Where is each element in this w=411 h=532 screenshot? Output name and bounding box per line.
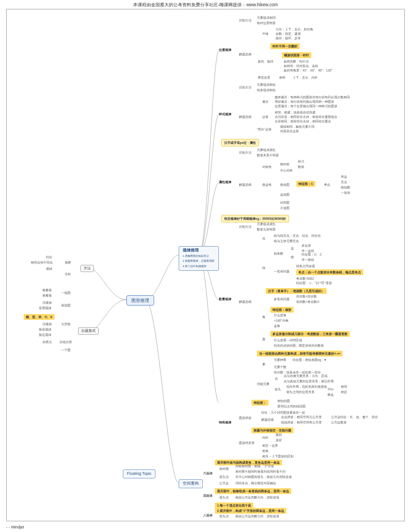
form-highlight: 横、竖、米、O、S (24, 314, 55, 320)
attr-qz-c: 有直 (341, 175, 347, 179)
pos-title[interactable]: 位置规律 (219, 48, 231, 52)
space-liu: 六面体 (203, 471, 213, 475)
pos-py-b: 步数：恒定、递增 (276, 32, 301, 36)
qty-hz-c: 笔画数=奇点数/2 (296, 300, 319, 304)
qty-s-a: 元素种类 (274, 358, 286, 362)
form-node[interactable]: 出题形式 (78, 327, 99, 335)
spec-gx-f: 相压→上下图形的区别 (262, 454, 294, 458)
form-r7l: 分组分类 (59, 340, 72, 344)
form-r5: 验应规律 (39, 327, 51, 331)
pos-xz-a: 如何判断：时针法 (284, 59, 309, 63)
spec-title[interactable]: 特殊规律 (219, 420, 231, 424)
qty-yb-a: 线条之间连通 (296, 264, 315, 268)
qty-xt: 线条数 (274, 251, 283, 256)
qty-j-a: 什么是角 (274, 313, 286, 317)
attr-qz-e: 曲线数 (341, 185, 350, 189)
spec-f: 点点拼接：相同空间无公共变 (281, 415, 322, 419)
qty-m-hl: 多边形被分割成几部分→考虑数面；三角形一圈蛋复数 (270, 331, 350, 337)
spec-gx-e: 相离 (262, 449, 268, 453)
reasoning-node[interactable]: 规律推理 1.忽略图形的实际意义 2.先观察整体，后观察局部 3.再个别不构成规… (179, 246, 219, 271)
pos-m1b: 相对位置明显 (257, 21, 276, 25)
qty-hz-hl: 汉字（算单字）→笔画数（凡是写成的） (266, 288, 327, 294)
spec-h: 公共边特征：长、短、整个、部分 (331, 415, 378, 419)
reason-title: 规律推理 (183, 248, 199, 252)
spec-gx-b: 面积 (276, 433, 282, 437)
qty-xt-f: 半一曲线 (302, 258, 314, 262)
page-header: 本课程由全国最大的公考资料免费分享社区-嗨课网提供：www.hikew.com (0, 0, 411, 10)
style-bl: 遍历 (262, 100, 268, 104)
space-liu-d: 箭头法 (219, 475, 229, 479)
spec-e: 解题思维 (261, 418, 274, 422)
attr-m1: 识别方法 (239, 151, 252, 155)
pos-xz-c: 旋转有角度：45°、60°、90°、120° (284, 68, 332, 72)
qty-xian: 线 (262, 266, 265, 270)
attr-tip: 汉字或字母ps过→属性 (221, 139, 259, 147)
space-si-a: 箭头法 (219, 495, 229, 499)
qty-hz-b: 多笔画问题 (274, 297, 289, 301)
qty-hz-a: 存在数+部分数 (296, 294, 317, 298)
space-title[interactable]: 空间重构 (179, 479, 203, 488)
attr-dc-d: 数量 (298, 165, 304, 169)
qty-gn-h: 相同 (341, 385, 347, 389)
form-r0l: 一组图 (61, 291, 71, 295)
attr-m2: 解题思维 (239, 183, 252, 187)
floating-topic[interactable]: Floating Topic (123, 469, 155, 478)
qty-title[interactable]: 数量规律 (219, 297, 231, 301)
qty-xt-c: 多边形 (302, 243, 311, 247)
qty-d-a: 线与线交点：交点、切点、转折点 (274, 234, 321, 238)
qty-su: 素 (262, 362, 265, 366)
style-m2: 解题思维 (239, 115, 252, 119)
qty-m-a: 什么是面→封闭区域 (274, 338, 302, 342)
spec-c: 图形拼接 (239, 416, 252, 420)
attr-title[interactable]: 属性规律 (219, 180, 231, 184)
qty-m2: 解题思维 (239, 300, 252, 304)
style-m1b: 线条组成相似 (257, 88, 276, 92)
qty-s-c: 元素个数 (274, 365, 286, 369)
attr-m1b: 数量关系不明显 (257, 153, 279, 157)
space-liu-b: 对称相对面：相隔、"Z"字形 (235, 464, 274, 468)
spec-b: 新和旧之间的线段图 (277, 404, 306, 408)
attr-kf-a: 开放图 (280, 206, 289, 210)
form-r1: 就着看 (42, 293, 52, 297)
style-title[interactable]: 样式规律 (219, 112, 231, 116)
space-liu-g: 找特殊点，顺次顺逆对应确边 (235, 481, 276, 485)
qty-gn-b: 点与自身元素关系：方向、区域 (284, 374, 327, 378)
space-liu-f: 公共边 (219, 481, 229, 485)
spec-gx-d: 相交→位置 (262, 444, 278, 448)
attr-qz-a: 曲线图 (280, 183, 289, 187)
spec-a: 相似的图 (277, 399, 290, 403)
pos-mohu-a: 相邻 (279, 75, 285, 80)
space-liu-c: 相对面不能同时被看到或同时看不到 (235, 469, 285, 473)
pos-xz-b: 如何画：找对应点、连线 (284, 64, 318, 68)
method-item-2: 规律 (46, 267, 52, 271)
attr-qz-f: 一笔画 (341, 191, 350, 195)
root-node[interactable]: 图形推理 (126, 295, 154, 306)
qty-xt-e: 特征图：O、C (302, 252, 322, 256)
spec-d: 特征：几个封闭图形紧挨在一起 (261, 411, 305, 415)
pos-m1a: 元素组成相同 (257, 16, 276, 20)
reason-d0: 1.忽略图形的实际意义 (183, 255, 209, 257)
qty-mian: 面 (262, 337, 265, 341)
style-m1: 识别方法 (239, 85, 252, 89)
space-ba-b: 根据公共边判断方向，排除选项 (235, 514, 279, 518)
method-node[interactable]: 方法 (80, 265, 94, 272)
method-item-0: 特征 (46, 255, 52, 259)
qty-jiao: 角 (262, 315, 265, 319)
qty-gn-g: 平行 (327, 387, 334, 391)
qty-gn-c: 点与其他元素的位置关系：标记作用 (284, 379, 334, 383)
qty-dian: 点 (262, 236, 265, 240)
qty-yb-hl: 奇点：由一个点散发出奇数条线，端点是奇点 (296, 269, 363, 275)
attr-dc: 对称性 (262, 165, 272, 169)
style-hb-a: 规律相同，颜色元素不同 (280, 125, 315, 129)
attr-qz-hl: 特征图：C (296, 181, 315, 187)
form-r2l: 两组图 (61, 303, 71, 307)
qty-gn-e: 指向作用，指的东西到底是啥 (286, 385, 327, 389)
qty-d-b: 线与主体元素交点 (274, 239, 299, 243)
spec-hl: 特征图： (252, 400, 268, 406)
spec-gx-c: 形状 (276, 438, 282, 442)
mindmap-canvas: 图形推理 Floating Topic 方法 观察 分析 特征 相同点和不同点 … (6, 9, 405, 521)
qty-j-hl: 特征图：扇形 (270, 307, 294, 313)
style-bl-c: 位置遍历：每个位置都出现同一种样式的图形 (275, 104, 337, 108)
qty-gn-f: 箭头之间的位置关系 (286, 390, 315, 394)
form-r8l: 一个图 (61, 348, 71, 352)
